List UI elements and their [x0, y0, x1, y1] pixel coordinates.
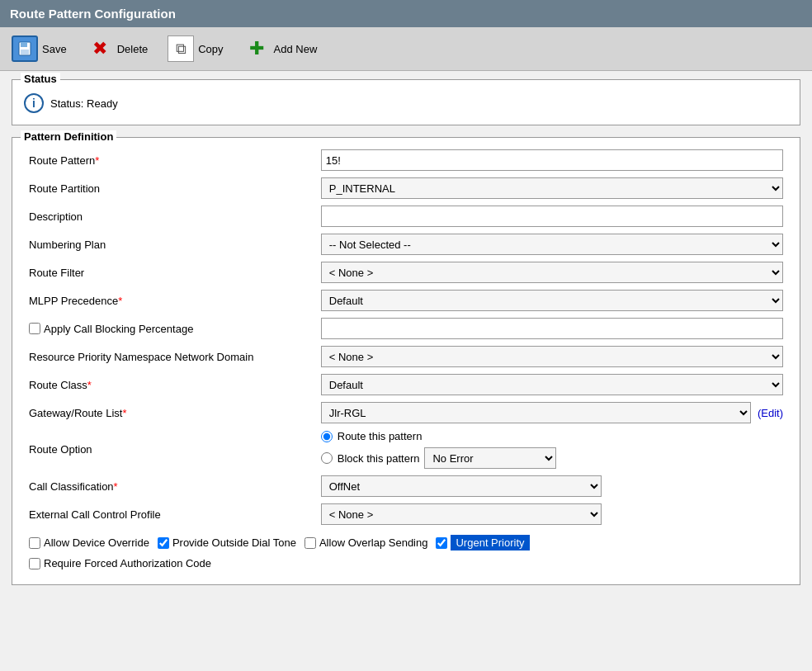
- pattern-def-table: Route Pattern* Route Partition P_INTERNA…: [24, 146, 788, 573]
- svg-rect-1: [21, 42, 27, 47]
- urgent-priority-label: Urgent Priority: [436, 535, 529, 551]
- copy-icon: ⧉: [168, 35, 194, 62]
- apply-call-blocking-label: Apply Call Blocking Percentage: [44, 323, 193, 335]
- route-class-select[interactable]: Default Other: [321, 374, 783, 395]
- copy-label: Copy: [198, 43, 223, 55]
- route-pattern-input-cell: [316, 146, 788, 174]
- route-partition-select[interactable]: P_INTERNAL P_EXTERNAL None: [321, 177, 783, 199]
- numbering-plan-row: Numbering Plan -- Not Selected -- NANP O…: [24, 230, 788, 258]
- add-new-label: Add New: [274, 43, 318, 55]
- external-call-control-select[interactable]: < None >: [321, 503, 602, 525]
- require-forced-auth-label: Require Forced Authorization Code: [29, 557, 783, 569]
- allow-overlap-sending-text: Allow Overlap Sending: [319, 536, 428, 549]
- save-icon: [12, 35, 38, 62]
- provide-outside-dial-tone-checkbox[interactable]: [158, 537, 169, 549]
- route-pattern-label: Route Pattern*: [24, 146, 316, 174]
- gateway-route-list-select[interactable]: Jlr-RGL < None >: [321, 402, 751, 423]
- route-filter-row: Route Filter < None >: [24, 258, 788, 286]
- delete-label: Delete: [117, 43, 149, 55]
- copy-button[interactable]: ⧉ Copy: [164, 34, 226, 64]
- status-section-title: Status: [21, 73, 60, 85]
- numbering-plan-label: Numbering Plan: [24, 230, 316, 258]
- add-new-button[interactable]: ✚ Add New: [240, 34, 321, 64]
- allow-overlap-sending-checkbox[interactable]: [304, 537, 316, 549]
- route-option-cell: Route this pattern Block this pattern No…: [321, 430, 783, 469]
- route-pattern-radio[interactable]: [321, 431, 333, 442]
- description-label: Description: [24, 202, 316, 230]
- require-forced-auth-text: Require Forced Authorization Code: [44, 557, 211, 569]
- title-bar-text: Route Pattern Configuration: [10, 7, 176, 21]
- resource-priority-label: Resource Priority Namespace Network Doma…: [24, 343, 316, 371]
- gateway-edit-link[interactable]: (Edit): [758, 407, 783, 419]
- delete-button[interactable]: ✖ Delete: [83, 34, 152, 64]
- pattern-definition-section: Pattern Definition Route Pattern* Route …: [12, 137, 800, 585]
- route-option-label: Route Option: [24, 427, 316, 472]
- call-class-required: *: [114, 480, 118, 493]
- allow-device-override-checkbox[interactable]: [29, 537, 40, 549]
- urgent-priority-checkbox[interactable]: [436, 537, 447, 549]
- status-section: Status i Status: Ready: [12, 79, 800, 125]
- external-call-control-row: External Call Control Profile < None >: [24, 500, 788, 528]
- save-label: Save: [42, 43, 67, 55]
- require-forced-auth-checkbox[interactable]: [29, 558, 40, 569]
- route-this-pattern-row: Route this pattern: [321, 430, 783, 442]
- route-class-required: *: [87, 379, 92, 391]
- apply-call-blocking-value[interactable]: [321, 318, 783, 339]
- bottom-checkboxes: Allow Device Override Provide Outside Di…: [29, 535, 783, 551]
- delete-icon: ✖: [87, 35, 113, 62]
- urgent-priority-text: Urgent Priority: [451, 535, 529, 551]
- resource-priority-select[interactable]: < None >: [321, 346, 783, 367]
- numbering-plan-select[interactable]: -- Not Selected -- NANP Other: [321, 234, 783, 255]
- mlpp-select[interactable]: Default Flash Immediate: [321, 290, 783, 311]
- route-class-row: Route Class* Default Other: [24, 371, 788, 399]
- title-bar: Route Pattern Configuration: [0, 0, 812, 27]
- route-class-label: Route Class*: [24, 371, 316, 399]
- gateway-required: *: [122, 407, 126, 419]
- info-icon: i: [24, 93, 44, 113]
- block-pattern-radio-label: Block this pattern: [338, 452, 420, 465]
- description-input[interactable]: [321, 206, 783, 227]
- status-text: Status: Ready: [50, 97, 118, 110]
- block-pattern-radio[interactable]: [321, 452, 333, 464]
- svg-rect-2: [21, 50, 29, 54]
- allow-overlap-sending-label: Allow Overlap Sending: [304, 536, 428, 549]
- route-pattern-input[interactable]: [321, 149, 783, 171]
- mlpp-label: MLPP Precedence*: [24, 286, 316, 314]
- save-button[interactable]: Save: [8, 34, 70, 64]
- gateway-route-list-label: Gateway/Route List*: [24, 399, 316, 427]
- resource-priority-row: Resource Priority Namespace Network Doma…: [24, 343, 788, 371]
- gateway-route-list-row: Gateway/Route List* Jlr-RGL < None > (Ed…: [24, 399, 788, 427]
- call-classification-label: Call Classification*: [24, 472, 316, 500]
- route-pattern-required: *: [95, 154, 99, 167]
- gateway-row: Jlr-RGL < None > (Edit): [321, 402, 783, 423]
- block-this-pattern-row: Block this pattern No Error Reorder Busy: [321, 447, 783, 469]
- toolbar: Save ✖ Delete ⧉ Copy ✚ Add New: [0, 27, 812, 71]
- route-option-row: Route Option Route this pattern Block th…: [24, 427, 788, 472]
- description-row: Description: [24, 202, 788, 230]
- provide-outside-dial-tone-text: Provide Outside Dial Tone: [172, 536, 296, 549]
- call-classification-select[interactable]: OffNet OnNet: [321, 475, 602, 497]
- mlpp-precedence-row: MLPP Precedence* Default Flash Immediate: [24, 286, 788, 314]
- apply-call-blocking-row: Apply Call Blocking Percentage: [24, 314, 788, 343]
- route-pattern-row: Route Pattern*: [24, 146, 788, 174]
- allow-device-override-text: Allow Device Override: [44, 536, 149, 549]
- external-call-control-label: External Call Control Profile: [24, 500, 316, 528]
- pattern-def-title: Pattern Definition: [21, 130, 116, 143]
- provide-outside-dial-tone-label: Provide Outside Dial Tone: [158, 536, 296, 549]
- route-filter-label: Route Filter: [24, 258, 316, 286]
- route-partition-label: Route Partition: [24, 174, 316, 202]
- block-error-select[interactable]: No Error Reorder Busy: [424, 447, 556, 469]
- bottom-checkboxes-row: Allow Device Override Provide Outside Di…: [24, 528, 788, 554]
- route-partition-row: Route Partition P_INTERNAL P_EXTERNAL No…: [24, 174, 788, 202]
- call-classification-row: Call Classification* OffNet OnNet: [24, 472, 788, 500]
- apply-call-blocking-checkbox[interactable]: [29, 323, 40, 334]
- route-filter-select[interactable]: < None >: [321, 262, 783, 283]
- require-forced-auth-row: Require Forced Authorization Code: [24, 554, 788, 573]
- status-row: i Status: Ready: [24, 93, 788, 113]
- mlpp-required: *: [118, 295, 122, 307]
- add-icon: ✚: [243, 35, 270, 62]
- route-pattern-radio-label: Route this pattern: [338, 430, 423, 442]
- allow-device-override-label: Allow Device Override: [29, 536, 149, 549]
